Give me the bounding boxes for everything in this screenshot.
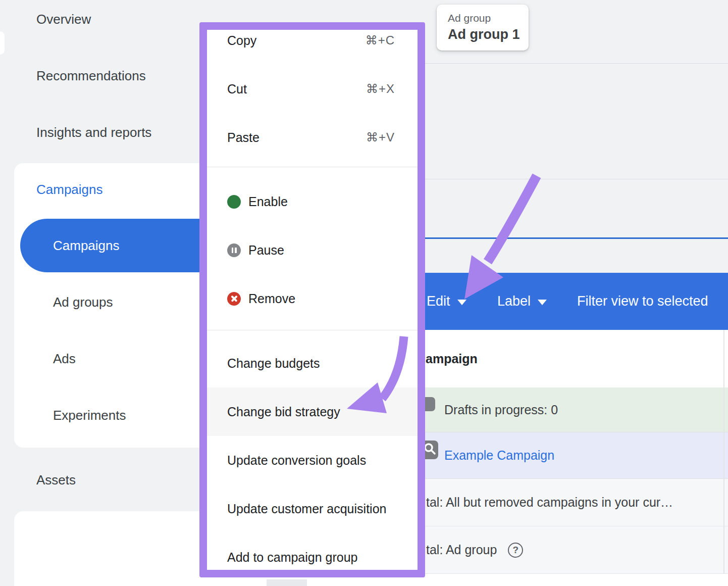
sidebar-item-overview[interactable]: Overview [36, 11, 91, 28]
update-customer-acquisition-label: Update customer acquisition [227, 502, 386, 516]
chevron-down-icon [457, 300, 466, 305]
tooltip-title: Ad group [448, 11, 529, 25]
total-ad-group-label: tal: Ad group [426, 543, 497, 557]
campaign-column-header[interactable]: ampaign [426, 352, 478, 366]
label-dropdown-button[interactable]: Label [497, 294, 547, 309]
paste-label: Paste [227, 130, 259, 145]
help-icon[interactable]: ? [508, 543, 523, 558]
cut-shortcut: ⌘+X [366, 82, 395, 96]
enable-label: Enable [248, 194, 288, 209]
tooltip-value: Ad group 1 [448, 25, 529, 43]
change-budgets-label: Change budgets [227, 356, 320, 371]
menu-item-change-budgets[interactable]: Change budgets [207, 350, 418, 376]
menu-item-add-to-campaign-group[interactable]: Add to campaign group [207, 544, 418, 570]
pause-label: Pause [248, 243, 284, 258]
menu-item-copy[interactable]: Copy ⌘+C [207, 27, 418, 54]
selected-item-label: Campaigns [53, 238, 120, 254]
sidebar-section-campaigns[interactable]: Campaigns [36, 181, 103, 198]
google-ads-screen: Edit Label Filter view to selected ampai… [0, 0, 728, 586]
navigation-sidebar: Overview Recommendations Insights and re… [0, 0, 202, 586]
menu-item-pause[interactable]: Pause [207, 237, 418, 263]
menu-item-cut[interactable]: Cut ⌘+X [207, 76, 418, 102]
filter-view-label: Filter view to selected [577, 294, 708, 309]
nav-edge-fragment [0, 31, 5, 55]
menu-item-update-customer-acquisition[interactable]: Update customer acquisition [207, 496, 418, 522]
update-conversion-goals-label: Update conversion goals [227, 453, 366, 468]
sidebar-item-assets[interactable]: Assets [36, 471, 76, 489]
edit-dropdown-button[interactable]: Edit [427, 294, 466, 309]
campaigns-nav-card: Campaigns Campaigns Ad groups Ads Experi… [14, 163, 202, 448]
scrollbar-fragment[interactable] [267, 579, 307, 586]
drafts-row-label: Drafts in progress: 0 [444, 403, 558, 417]
menu-item-enable[interactable]: Enable [207, 188, 418, 215]
add-to-campaign-group-label: Add to campaign group [227, 550, 358, 565]
enable-status-icon [227, 195, 241, 209]
ad-group-tooltip: Ad group Ad group 1 [437, 5, 529, 51]
menu-divider [207, 330, 418, 330]
chevron-down-icon [538, 300, 547, 305]
menu-item-update-conversion-goals[interactable]: Update conversion goals [207, 447, 418, 473]
label-dropdown-label: Label [497, 294, 531, 309]
edit-dropdown-label: Edit [427, 294, 450, 309]
sidebar-item-campaigns-selected[interactable]: Campaigns [20, 219, 202, 272]
sidebar-item-ad-groups[interactable]: Ad groups [53, 294, 113, 311]
copy-label: Copy [227, 33, 256, 48]
column-divider [723, 330, 724, 574]
pause-status-icon [227, 243, 241, 257]
example-campaign-link[interactable]: Example Campaign [444, 448, 554, 463]
cut-label: Cut [227, 82, 247, 96]
menu-item-paste[interactable]: Paste ⌘+V [207, 124, 418, 151]
menu-item-remove[interactable]: Remove [207, 285, 418, 312]
sidebar-item-experiments[interactable]: Experiments [53, 407, 126, 424]
edit-context-menu: Copy ⌘+C Cut ⌘+X Paste ⌘+V Enable Pause … [199, 22, 425, 577]
paste-shortcut: ⌘+V [366, 130, 395, 144]
change-bid-strategy-label: Change bid strategy [227, 405, 340, 419]
audiences-nav-card: Audiences, keywords and content [14, 511, 202, 586]
sidebar-item-ads[interactable]: Ads [53, 350, 76, 367]
filter-view-button[interactable]: Filter view to selected [577, 294, 708, 309]
copy-shortcut: ⌘+C [366, 33, 395, 47]
sidebar-item-insights-and-reports[interactable]: Insights and reports [36, 124, 151, 141]
menu-item-change-bid-strategy[interactable]: Change bid strategy [207, 399, 418, 425]
remove-label: Remove [248, 291, 295, 306]
sidebar-item-recommendations[interactable]: Recommendations [36, 67, 146, 84]
total-all-campaigns-label: tal: All but removed campaigns in your c… [426, 495, 673, 510]
menu-divider [207, 167, 418, 167]
remove-status-icon [227, 292, 241, 306]
